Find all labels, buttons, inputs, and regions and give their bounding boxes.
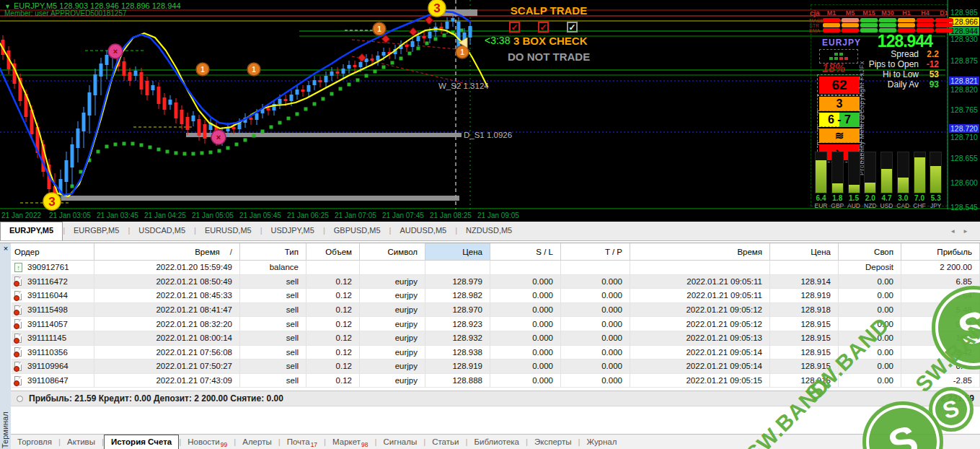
column-header[interactable]: Время/ [94,243,240,260]
stat-value: 93 [930,79,939,90]
cell-value: 0.000 [532,362,553,370]
strength-value: 1.8 [830,194,845,202]
column-header-label: Объем [325,248,352,256]
stat-value: -12 [927,59,939,69]
tab-scroll-arrows[interactable]: ◄► [950,228,976,235]
candle [123,61,126,76]
table-cell: 0.00 [839,359,901,373]
cell-value: 391114057 [27,320,68,328]
chart-tab-nzdusd-m5[interactable]: NZDUSD,M5 [457,222,521,240]
candle [359,62,363,67]
matrix-cell [879,23,896,27]
terminal-tab[interactable]: Статьи [425,435,465,449]
table-cell: sell [240,275,306,289]
table-cell: 0.000 [561,331,630,345]
table-row[interactable]: 3911164722022.01.21 08:50:49sell0.12eurj… [12,275,980,289]
table-cell: eurjpy [360,303,425,317]
column-header[interactable]: Символ [360,243,425,260]
cell-value: 128.982 [452,291,482,300]
price-axis[interactable]: 128.985128.966128.944128.930128.875128.8… [949,0,980,222]
terminal-tab-label: Сигналы [384,437,418,446]
terminal-tab[interactable]: Библиотека [467,435,526,449]
chart-tab-usdjpy-m5[interactable]: USDJPY,M5 [262,222,323,240]
table-cell: 0.000 [561,359,630,373]
summary-bar: Прибыль: 21.59 Кредит: 0.00 Депозит: 2 2… [11,391,980,406]
column-header[interactable]: Цена [770,243,839,260]
matrix-row-label: EMA [809,28,820,33]
scroll-left-icon[interactable]: ◄ [950,228,963,235]
terminal-tab-label: Почта [287,437,310,446]
trend-dot [313,103,317,106]
time-axis-label: 21 Jan 07:45 [382,212,424,219]
strength-bar-track [914,152,926,193]
chart-tab-gbpusd-m5[interactable]: GBPUSD,M5 [325,222,389,240]
table-cell: 2.42 [901,346,980,359]
table-cell [306,261,360,274]
terminal-tab[interactable]: Активы [61,435,102,449]
column-header[interactable]: T / P [561,243,630,260]
candle [157,87,161,104]
candle [105,55,109,65]
orange-marker-number: 1 [460,48,464,56]
table-cell: 391114057 [12,317,94,331]
table-row[interactable]: 3911099642022.01.21 07:50:27sell0.12eurj… [12,359,980,374]
chart-tab-audusd-m5[interactable]: AUDUSD,M5 [391,222,455,240]
chart-tab-eurjpy-m5[interactable]: EURJPY,M5 [0,222,63,240]
chart-tab-eurgbp-m5[interactable]: EURGBP,M5 [65,222,128,240]
terminal-tab[interactable]: История Счета [104,435,179,449]
cell-value: 2022.01.21 09:05:12 [686,305,762,314]
candle [163,97,167,110]
terminal-tab[interactable]: Торговля [11,435,58,449]
column-header[interactable]: Тип [240,243,306,260]
cell-value: sell [286,362,299,370]
table-row[interactable]: ↑3909127612022.01.20 15:59:49balanceDepo… [12,261,980,275]
table-cell: 128.982 [425,289,490,302]
scroll-right-icon[interactable]: ► [963,228,976,235]
table-row[interactable]: 3911154982022.01.21 08:41:47sell0.12eurj… [12,303,980,318]
terminal-tab[interactable]: Новости99 [181,435,234,449]
cell-value: 0.12 [336,277,352,286]
trend-dot [131,142,135,146]
terminal-tab[interactable]: Эксперты [528,435,578,449]
trend-dot [192,152,195,156]
table-row[interactable]: 3911140572022.01.21 08:32:20sell0.12eurj… [12,317,980,331]
table-row[interactable]: 3911111452022.01.21 08:00:14sell0.12eurj… [12,331,980,346]
check-box-icon: ✓ [538,22,549,32]
table-cell [490,261,561,274]
chart-tab-usdcad-m5[interactable]: USDCAD,M5 [130,222,194,240]
table-cell [630,261,770,274]
cell-value: 2022.01.21 09:05:15 [686,376,762,385]
chart-tab-eurusd-m5[interactable]: EURUSD,M5 [196,222,260,240]
column-header[interactable]: Прибыль [901,243,980,260]
tab-badge: 99 [221,441,227,448]
matrix-cell [842,28,859,32]
candle [296,90,299,95]
column-header[interactable]: Своп [839,243,901,260]
table-row[interactable]: 3911103562022.01.21 07:56:08sell0.12eurj… [12,346,980,360]
strength-bar-track [880,152,893,193]
table-cell: 128.914 [770,275,839,289]
terminal-tab[interactable]: Алерты [236,435,278,449]
terminal-tab[interactable]: Сигналы [377,435,424,449]
chart-canvas[interactable]: ××111133 ▼EURJPY,M5 128.903 128.946 128.… [0,0,980,222]
column-header[interactable]: S / L [490,243,561,260]
table-cell: -2.85 [901,374,980,388]
table-cell: 128.915 [770,317,839,331]
price-axis-label: 128.720 [949,124,979,133]
column-header[interactable]: Объем [306,243,360,260]
trend-dot [175,152,178,155]
column-header[interactable]: Цена [425,243,490,260]
table-row[interactable]: 3911086472022.01.21 07:43:09sell0.12eurj… [12,374,980,388]
cell-value: 0.00 [878,277,893,286]
close-icon[interactable]: × [1,244,10,253]
terminal-tab[interactable]: Почта17 [281,435,324,449]
cell-value: 2022.01.21 09:05:11 [687,291,762,300]
column-header[interactable]: Ордер [12,243,94,260]
table-row[interactable]: 3911160442022.01.21 08:45:33sell0.12eurj… [12,289,980,303]
candle [313,80,317,85]
cell-value: 2022.01.21 09:05:13 [686,334,762,342]
terminal-tab[interactable]: Журнал [580,435,623,449]
column-header[interactable]: Время [630,243,770,260]
terminal-tab[interactable]: Маркет98 [326,435,374,449]
time-axis[interactable]: 21 Jan 202221 Jan 03:0521 Jan 03:4521 Ja… [0,210,980,222]
